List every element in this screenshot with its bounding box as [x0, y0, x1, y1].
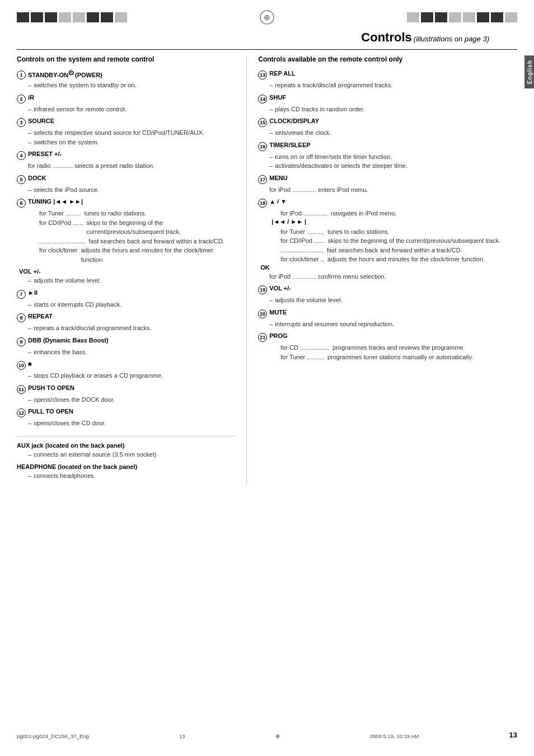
control-prog-title: 21 PROG: [258, 332, 517, 342]
control-num-6: 6: [17, 199, 26, 208]
left-section-header: Controls on the system and remote contro…: [17, 55, 235, 65]
page-subtitle: (illustrations on page 3): [414, 35, 489, 43]
control-play-title: 7 ►II: [17, 289, 235, 299]
control-dbb-desc: enhances the bass.: [28, 348, 235, 357]
control-pull: 12 PULL TO OPEN opens/closes the CD door…: [17, 408, 235, 428]
control-tuning-title: 6 TUNING |◄◄ ►►|: [17, 198, 235, 208]
control-ir-title: 2 iR: [17, 94, 235, 104]
control-dbb-label: DBB (Dynamic Bass Boost): [28, 337, 109, 344]
control-num-11: 11: [17, 385, 26, 394]
aux-title: AUX jack (located on the back panel): [17, 442, 235, 449]
control-num-18: 18: [258, 199, 267, 208]
control-preset: 4 PRESET +/- for radio ............ sele…: [17, 151, 235, 171]
control-pull-desc: opens/closes the CD door.: [28, 419, 235, 428]
control-repall-label: REP ALL: [269, 70, 295, 77]
control-repall-desc: repeats a track/disc/all programmed trac…: [269, 81, 517, 90]
control-num-2: 2: [17, 95, 26, 104]
control-dock-desc: selects the iPod source.: [28, 185, 235, 195]
bar-block: [407, 12, 419, 22]
control-vol19-title: 19 VOL +/-: [258, 285, 517, 294]
control-source-label: SOURCE: [28, 118, 54, 124]
control-menu: 17 MENU for iPod .............. enters i…: [258, 175, 517, 195]
aux-item: AUX jack (located on the back panel) con…: [17, 442, 235, 459]
control-prog-label: PROG: [269, 332, 287, 339]
control-nav-sub-label: |◄◄ / ►► |: [271, 218, 517, 225]
headphone-title: HEADPHONE (located on the back panel): [17, 463, 235, 470]
control-pull-label: PULL TO OPEN: [28, 408, 73, 415]
control-preset-title: 4 PRESET +/-: [17, 151, 235, 160]
control-source-title: 3 SOURCE: [17, 118, 235, 127]
control-num-8: 8: [17, 313, 26, 322]
control-num-16: 16: [258, 142, 267, 151]
control-num-7: 7: [17, 290, 26, 299]
control-nav-desc: for iPod .............. navigates in iPo…: [269, 209, 517, 218]
control-vol19-desc: adjusts the volume level.: [269, 295, 517, 305]
control-standby: 1 STANDBY-ON⏻ (POWER) switches the syste…: [17, 70, 235, 90]
bar-block: [477, 12, 489, 22]
headphone-label: HEADPHONE (located on the back panel): [17, 463, 137, 470]
control-nav-title: 18 ▲ / ▼: [258, 198, 517, 208]
control-preset-label: PRESET +/-: [28, 151, 62, 157]
header-decorative: ⊕: [0, 0, 534, 30]
control-tuning: 6 TUNING |◄◄ ►►| for Tuner ......... tun…: [17, 198, 235, 264]
control-stop-label: ■: [28, 360, 32, 367]
control-dbb: 9 DBB (Dynamic Bass Boost) enhances the …: [17, 337, 235, 357]
bar-block: [17, 12, 29, 22]
control-num-4: 4: [17, 151, 26, 160]
control-standby-desc: switches the system to standby or on.: [28, 81, 235, 90]
control-prog-desc: for CD ................. programmes trac…: [269, 343, 517, 361]
control-rep-all: 13 REP ALL repeats a track/disc/all prog…: [258, 70, 517, 90]
control-play-label: ►II: [28, 289, 38, 296]
control-play: 7 ►II –starts or interrupts CD playback.: [17, 289, 235, 309]
control-num-20: 20: [258, 309, 267, 318]
ok-label: OK: [260, 264, 517, 271]
control-shuf-label: SHUF: [269, 94, 286, 101]
control-num-3: 3: [17, 118, 26, 127]
control-push: 11 PUSH TO OPEN opens/closes the DOCK do…: [17, 384, 235, 405]
control-repeat-desc: repeats a track/disc/all programmed trac…: [28, 323, 235, 333]
control-tuning-label: TUNING |◄◄ ►►|: [28, 198, 83, 205]
bar-block: [505, 12, 517, 22]
control-dock-title: 5 DOCK: [17, 175, 235, 184]
control-nav: 18 ▲ / ▼ for iPod .............. navigat…: [258, 198, 517, 281]
right-section-header: Controls available on the remote control…: [258, 55, 517, 65]
control-preset-desc: for radio ............ selects a preset …: [28, 161, 235, 171]
control-clock-desc: sets/views the clock.: [269, 128, 517, 138]
control-clock: 15 CLOCK/DISPLAY sets/views the clock.: [258, 118, 517, 138]
control-mute-title: 20 MUTE: [258, 309, 517, 318]
control-dock: 5 DOCK selects the iPod source.: [17, 175, 235, 195]
ok-desc: for iPod .............. confirms menu se…: [269, 272, 517, 281]
footer-page-number: 13: [509, 731, 517, 739]
control-repall-title: 13 REP ALL: [258, 70, 517, 79]
control-mute-desc: interrupts and resumes sound reproductio…: [269, 320, 517, 329]
left-column: Controls on the system and remote contro…: [17, 55, 247, 485]
vol-desc: adjusts the volume level.: [28, 276, 235, 285]
control-timer-title: 16 TIMER/SLEEP: [258, 142, 517, 151]
aux-headphone-section: AUX jack (located on the back panel) con…: [17, 436, 235, 481]
footer-circle: ⊕: [275, 733, 280, 739]
control-vol19: 19 VOL +/- adjusts the volume level.: [258, 285, 517, 305]
control-ir-label: iR: [28, 94, 34, 101]
control-repeat-label: REPEAT: [28, 313, 53, 320]
control-standby-title: 1 STANDBY-ON⏻ (POWER): [17, 70, 235, 79]
main-content: Controls on the system and remote contro…: [17, 50, 517, 485]
bar-block: [73, 12, 85, 22]
aux-label: AUX jack (located on the back panel): [17, 442, 125, 449]
control-push-desc: opens/closes the DOCK door.: [28, 395, 235, 405]
control-source-desc: selects the respective sound source for …: [28, 128, 235, 147]
control-num-14: 14: [258, 95, 267, 104]
control-stop-desc: stops CD playback or erases a CD program…: [28, 371, 235, 381]
control-num-19: 19: [258, 285, 267, 294]
control-stop-title: 10 ■: [17, 360, 235, 370]
control-clock-label: CLOCK/DISPLAY: [269, 118, 319, 124]
page-title-area: Controls (illustrations on page 3): [17, 30, 517, 50]
control-num-17: 17: [258, 175, 267, 184]
headphone-item: HEADPHONE (located on the back panel) co…: [17, 463, 235, 481]
page-title: Controls: [361, 30, 411, 44]
control-ir-desc: infrared sensor for remote control.: [28, 105, 235, 114]
control-ok: OK for iPod .............. confirms menu…: [258, 264, 517, 281]
control-ir: 2 iR infrared sensor for remote control.: [17, 94, 235, 114]
english-tab: English: [524, 55, 534, 88]
control-nav-label: ▲ / ▼: [269, 198, 287, 205]
control-play-desc: –starts or interrupts CD playback.: [28, 300, 235, 309]
